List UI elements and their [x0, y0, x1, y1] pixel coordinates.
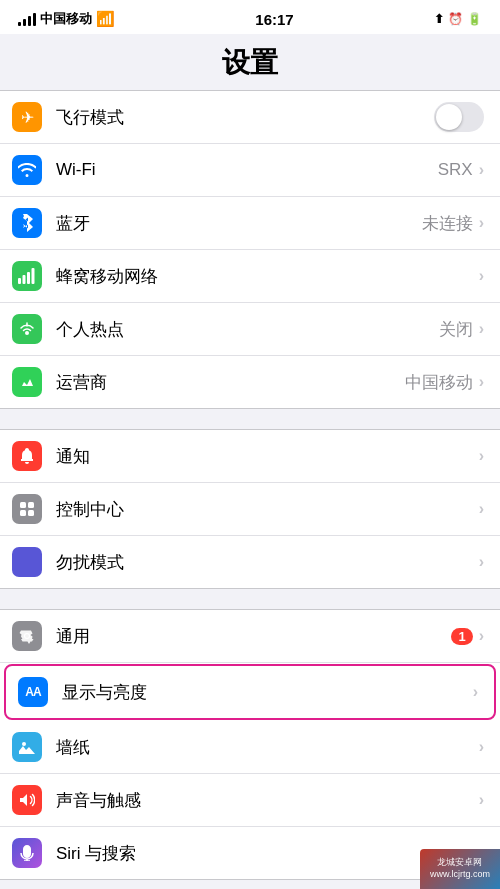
airplane-icon: ✈	[12, 102, 42, 132]
wifi-label: Wi-Fi	[56, 160, 438, 180]
hotspot-row[interactable]: 个人热点 关闭 ›	[0, 303, 500, 356]
status-left: 中国移动 📶	[18, 10, 115, 28]
general-label: 通用	[56, 625, 451, 648]
wifi-value: SRX	[438, 160, 473, 180]
watermark-text: 龙城安卓网www.lcjrtg.com	[430, 857, 490, 880]
status-bar: 中国移动 📶 16:17 ⬆ ⏰ 🔋	[0, 0, 500, 34]
airplane-label: 飞行模式	[56, 106, 434, 129]
display-icon-wrap: AA	[18, 677, 48, 707]
control-center-label: 控制中心	[56, 498, 479, 521]
battery-icon: 🔋	[467, 12, 482, 26]
notifications-chevron: ›	[479, 447, 484, 465]
siri-label: Siri 与搜索	[56, 842, 479, 865]
general-badge: 1	[451, 628, 472, 645]
cellular-label: 蜂窝移动网络	[56, 265, 479, 288]
airplane-row[interactable]: ✈ 飞行模式	[0, 91, 500, 144]
wallpaper-label: 墙纸	[56, 736, 479, 759]
alarm-icon: ⏰	[448, 12, 463, 26]
general-row[interactable]: 通用 1 ›	[0, 610, 500, 663]
notifications-label: 通知	[56, 445, 479, 468]
sounds-label: 声音与触感	[56, 789, 479, 812]
svg-rect-3	[32, 268, 35, 284]
page-title: 设置	[222, 47, 278, 78]
wifi-icon: 📶	[96, 10, 115, 28]
airplane-toggle[interactable]	[434, 102, 484, 132]
svg-rect-1	[23, 275, 26, 284]
wifi-row[interactable]: Wi-Fi SRX ›	[0, 144, 500, 197]
cellular-chevron: ›	[479, 267, 484, 285]
sounds-chevron: ›	[479, 791, 484, 809]
display-brightness-chevron: ›	[473, 683, 478, 701]
carrier-chevron: ›	[479, 373, 484, 391]
control-center-chevron: ›	[479, 500, 484, 518]
notifications-icon-wrap	[12, 441, 42, 471]
notifications-group: 通知 › 控制中心 › 勿扰模式 ›	[0, 429, 500, 589]
carrier-label: 运营商	[56, 371, 405, 394]
sounds-row[interactable]: 声音与触感 ›	[0, 774, 500, 827]
svg-rect-6	[28, 502, 34, 508]
svg-rect-5	[20, 502, 26, 508]
cellular-icon-wrap	[12, 261, 42, 291]
svg-point-4	[25, 331, 29, 335]
sounds-icon-wrap	[12, 785, 42, 815]
carrier-row[interactable]: 运营商 中国移动 ›	[0, 356, 500, 408]
status-right: ⬆ ⏰ 🔋	[434, 12, 482, 26]
bluetooth-label: 蓝牙	[56, 212, 422, 235]
hotspot-icon-wrap	[12, 314, 42, 344]
control-center-row[interactable]: 控制中心 ›	[0, 483, 500, 536]
aa-text-icon: AA	[25, 685, 40, 699]
wallpaper-row[interactable]: 墙纸 ›	[0, 721, 500, 774]
dnd-icon-wrap	[12, 547, 42, 577]
bluetooth-chevron: ›	[479, 214, 484, 232]
hotspot-chevron: ›	[479, 320, 484, 338]
bluetooth-icon-wrap	[12, 208, 42, 238]
dnd-chevron: ›	[479, 553, 484, 571]
control-center-icon-wrap	[12, 494, 42, 524]
svg-rect-2	[27, 272, 30, 284]
svg-rect-8	[28, 510, 34, 516]
watermark: 龙城安卓网www.lcjrtg.com	[420, 849, 500, 889]
wifi-chevron: ›	[479, 161, 484, 179]
hotspot-value: 关闭	[439, 318, 473, 341]
dnd-label: 勿扰模式	[56, 551, 479, 574]
page-header: 设置	[0, 34, 500, 90]
svg-rect-0	[18, 278, 21, 284]
siri-icon-wrap	[12, 838, 42, 868]
wallpaper-chevron: ›	[479, 738, 484, 756]
svg-rect-7	[20, 510, 26, 516]
carrier-label: 中国移动	[40, 10, 92, 28]
display-group: 通用 1 › AA 显示与亮度 › 墙纸 › 声音与触感	[0, 609, 500, 880]
network-group: ✈ 飞行模式 Wi-Fi SRX › 蓝牙 未连接 ›	[0, 90, 500, 409]
signal-bars	[18, 13, 36, 26]
display-brightness-label: 显示与亮度	[62, 681, 473, 704]
dnd-row[interactable]: 勿扰模式 ›	[0, 536, 500, 588]
carrier-value: 中国移动	[405, 371, 473, 394]
notifications-row[interactable]: 通知 ›	[0, 430, 500, 483]
general-chevron: ›	[479, 627, 484, 645]
general-icon-wrap	[12, 621, 42, 651]
location-icon: ⬆	[434, 12, 444, 26]
hotspot-label: 个人热点	[56, 318, 439, 341]
svg-point-9	[22, 742, 26, 746]
bluetooth-value: 未连接	[422, 212, 473, 235]
display-brightness-row[interactable]: AA 显示与亮度 ›	[4, 664, 496, 720]
status-time: 16:17	[255, 11, 293, 28]
wifi-icon-wrap	[12, 155, 42, 185]
wallpaper-icon-wrap	[12, 732, 42, 762]
bluetooth-row[interactable]: 蓝牙 未连接 ›	[0, 197, 500, 250]
cellular-row[interactable]: 蜂窝移动网络 ›	[0, 250, 500, 303]
carrier-icon-wrap	[12, 367, 42, 397]
